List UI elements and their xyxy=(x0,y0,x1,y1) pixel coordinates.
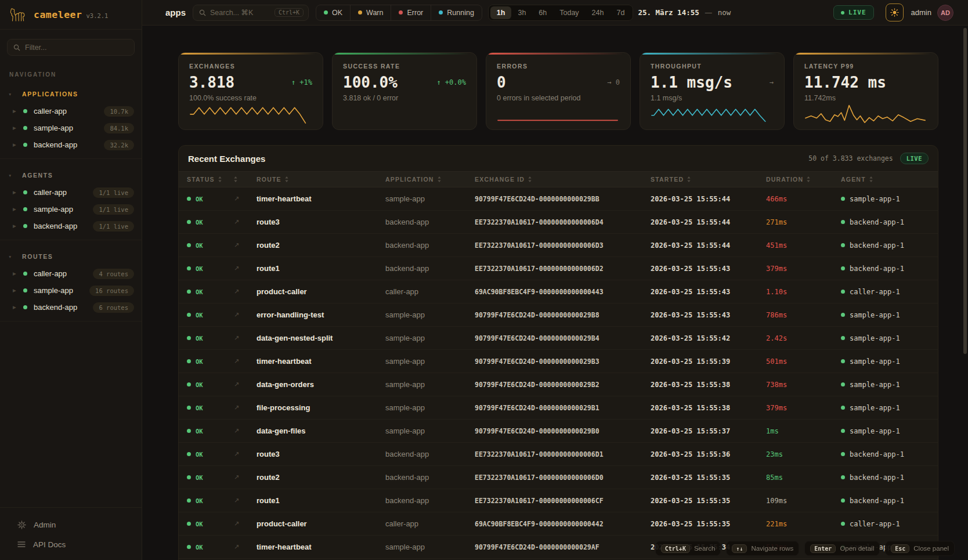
search-input[interactable]: Search... ⌘K Ctrl+K xyxy=(193,5,309,21)
agent-cell: sample-app-1 xyxy=(841,311,938,319)
table-row[interactable]: OK↗timer-heartbeatsample-app90799F47E6CD… xyxy=(179,187,938,211)
open-link-icon[interactable]: ↗ xyxy=(222,381,257,388)
sidebar-footer-admin[interactable]: Admin xyxy=(0,515,142,534)
table-row[interactable]: OK↗error-handling-testsample-app90799F47… xyxy=(179,304,938,327)
column-header-application[interactable]: APPLICATION xyxy=(385,176,475,183)
table-summary: 50 of 3.833 exchanges xyxy=(808,154,893,162)
started-cell: 2026-03-25 15:55:35 xyxy=(651,520,766,528)
open-link-icon[interactable]: ↗ xyxy=(222,404,257,411)
search-icon xyxy=(13,44,20,51)
open-link-icon[interactable]: ↗ xyxy=(222,288,257,295)
open-link-icon[interactable]: ↗ xyxy=(222,450,257,458)
ok-dot-icon xyxy=(187,359,191,363)
stat-card-throughput: THROUGHPUT1.1 msg/s→1.1 msg/s xyxy=(640,52,785,130)
table-row[interactable]: OK↗route3backend-appEE7322370A10617-0000… xyxy=(179,443,938,466)
sidebar-item-caller-app[interactable]: ▶caller-app1/1 live xyxy=(0,184,142,201)
table-row[interactable]: OK↗product-callercaller-app69AC90BF8EBC4… xyxy=(179,280,938,304)
status-filter-running[interactable]: Running xyxy=(431,5,482,20)
open-link-icon[interactable]: ↗ xyxy=(222,218,257,226)
column-header-link[interactable] xyxy=(222,176,257,182)
filter-input[interactable]: Filter... xyxy=(7,39,135,56)
open-link-icon[interactable]: ↗ xyxy=(222,311,257,319)
duration-cell: 738ms xyxy=(766,381,841,389)
table-row[interactable]: OK↗route2backend-appEE7322370A10617-0000… xyxy=(179,234,938,257)
range-button-today[interactable]: Today xyxy=(553,6,585,19)
agent-dot-icon xyxy=(841,266,845,270)
range-button-1h[interactable]: 1h xyxy=(490,6,512,19)
open-link-icon[interactable]: ↗ xyxy=(222,265,257,272)
column-header-status[interactable]: STATUS xyxy=(187,176,222,183)
open-link-icon[interactable]: ↗ xyxy=(222,334,257,342)
open-link-icon[interactable]: ↗ xyxy=(222,195,257,203)
open-link-icon[interactable]: ↗ xyxy=(222,474,257,481)
sidebar-item-sample-app[interactable]: ▶sample-app1/1 live xyxy=(0,201,142,218)
table-row[interactable]: OK↗data-gen-filessample-app90799F47E6CD2… xyxy=(179,420,938,443)
sidebar-item-caller-app[interactable]: ▶caller-app4 routes xyxy=(0,265,142,282)
section-header-agents[interactable]: ▼AGENTS xyxy=(0,167,142,184)
sidebar-item-sample-app[interactable]: ▶sample-app16 routes xyxy=(0,282,142,299)
table-row[interactable]: OK↗route2backend-appEE7322370A10617-0000… xyxy=(179,466,938,489)
agent-dot-icon xyxy=(841,243,845,247)
table-row[interactable]: OK↗timer-heartbeatsample-app90799F47E6CD… xyxy=(179,350,938,373)
theme-toggle-button[interactable] xyxy=(886,3,904,21)
chevron-down-icon: ▼ xyxy=(8,255,15,259)
open-link-icon[interactable]: ↗ xyxy=(222,357,257,365)
agent-dot-icon xyxy=(841,382,845,386)
table-row[interactable]: OK↗data-gen-nested-splitsample-app90799F… xyxy=(179,327,938,350)
divider xyxy=(0,158,142,159)
status-cell: OK xyxy=(187,196,222,203)
divider xyxy=(0,321,142,321)
kbd-badge: ↑↓ xyxy=(732,544,747,553)
ok-dot-icon xyxy=(187,429,191,433)
section-header-routes[interactable]: ▼ROUTES xyxy=(0,248,142,265)
column-header-duration[interactable]: DURATION xyxy=(766,176,841,183)
sidebar-item-backend-app[interactable]: ▶backend-app32.2k xyxy=(0,136,142,153)
open-link-icon[interactable]: ↗ xyxy=(222,241,257,249)
open-link-icon[interactable]: ↗ xyxy=(222,520,257,528)
column-header-route[interactable]: ROUTE xyxy=(257,176,385,183)
ok-dot-icon xyxy=(187,290,191,294)
exchange-id-cell: 90799F47E6CD24D-0000000000029AF xyxy=(475,543,651,551)
avatar[interactable]: AD xyxy=(937,5,953,21)
item-badge: 6 routes xyxy=(93,302,134,313)
sidebar-item-sample-app[interactable]: ▶sample-app84.1k xyxy=(0,120,142,136)
open-link-icon[interactable]: ↗ xyxy=(222,543,257,551)
open-link-icon[interactable]: ↗ xyxy=(222,427,257,435)
range-button-7d[interactable]: 7d xyxy=(610,6,631,19)
scrollbar[interactable] xyxy=(963,28,967,354)
search-shortcut: Ctrl+K xyxy=(274,8,304,17)
sidebar-footer-api-docs[interactable]: API Docs xyxy=(0,534,142,554)
camel-logo-icon xyxy=(8,6,28,23)
status-filter-ok[interactable]: OK xyxy=(316,5,350,20)
table-row[interactable]: OK↗data-gen-orderssample-app90799F47E6CD… xyxy=(179,373,938,396)
range-button-24h[interactable]: 24h xyxy=(586,6,611,19)
table-row[interactable]: OK↗route1backend-appEE7322370A10617-0000… xyxy=(179,257,938,280)
status-filter-warn[interactable]: Warn xyxy=(350,5,391,20)
table-row[interactable]: OK↗product-callercaller-app69AC90BF8EBC4… xyxy=(179,512,938,536)
table-row[interactable]: OK↗route1backend-appEE7322370A10617-0000… xyxy=(179,489,938,512)
sidebar-item-caller-app[interactable]: ▶caller-app10.7k xyxy=(0,103,142,120)
ok-dot-icon xyxy=(187,243,191,247)
column-header-agent[interactable]: AGENT xyxy=(841,176,938,183)
status-filter-error[interactable]: Error xyxy=(391,5,431,20)
stat-card-success-rate: SUCCESS RATE100.0%↑ +0.0%3.818 ok / 0 er… xyxy=(332,52,477,130)
card-delta: ↑ +1% xyxy=(291,78,312,86)
table-row[interactable]: OK↗file-processingsample-app90799F47E6CD… xyxy=(179,396,938,420)
status-dot-icon xyxy=(23,288,27,292)
sidebar-item-backend-app[interactable]: ▶backend-app6 routes xyxy=(0,299,142,316)
range-button-6h[interactable]: 6h xyxy=(532,6,553,19)
open-link-icon[interactable]: ↗ xyxy=(222,497,257,504)
started-cell: 2026-03-25 15:55:37 xyxy=(651,427,766,435)
range-button-3h[interactable]: 3h xyxy=(511,6,532,19)
table-row[interactable]: OK↗route3backend-appEE7322370A10617-0000… xyxy=(179,211,938,234)
table-header-row: STATUSROUTEAPPLICATIONEXCHANGE IDSTARTED… xyxy=(179,171,938,187)
section-header-applications[interactable]: ▼APPLICATIONS xyxy=(0,85,142,103)
route-cell: route1 xyxy=(257,496,385,505)
ok-dot-icon xyxy=(187,266,191,270)
column-header-exchange-id[interactable]: EXCHANGE ID xyxy=(475,176,651,183)
live-badge[interactable]: LIVE xyxy=(833,5,874,20)
column-header-started[interactable]: STARTED xyxy=(651,176,766,183)
sidebar-item-backend-app[interactable]: ▶backend-app1/1 live xyxy=(0,218,142,234)
nav-section-routes: ▼ROUTES▶caller-app4 routes▶sample-app16 … xyxy=(0,248,142,316)
status-dot-icon xyxy=(23,305,27,309)
